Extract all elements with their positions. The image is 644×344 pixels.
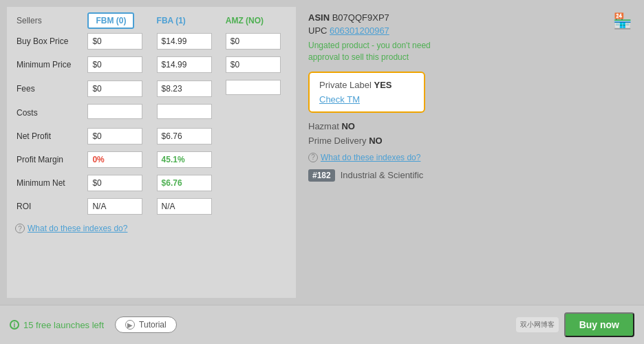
category-line: #182 Industrial & Scientific (308, 169, 632, 182)
category-badge: #182 (308, 169, 335, 182)
what-indexes-right: ? What do these indexes do? (308, 153, 632, 162)
hazmat-label: Hazmat (308, 121, 339, 131)
free-launches-text: 15 free launches left (23, 320, 104, 330)
hazmat-line: Hazmat NO (308, 121, 632, 131)
check-tm-link[interactable]: Check TM (319, 94, 360, 105)
what-indexes-link-right[interactable]: What do these indexes do? (321, 153, 420, 162)
prime-value: NO (369, 136, 383, 146)
fbm-profit-margin: 0% (83, 148, 152, 171)
fba-min-net: $6.76 (153, 171, 222, 195)
prime-line: Prime Delivery NO (308, 136, 632, 146)
sellers-table: Sellers FBM (0) FBA (1) AMZ (NO) Buy Box… (12, 12, 290, 218)
row-label-min-price: Minimum Price (12, 53, 83, 76)
question-icon-right: ? (308, 153, 318, 162)
table-row: Buy Box Price $0 $14.99 $0 (12, 30, 290, 53)
hazmat-value: NO (341, 121, 355, 131)
fba-net-profit: $6.76 (153, 125, 222, 148)
table-row: Costs (12, 100, 290, 125)
left-panel: Sellers FBM (0) FBA (1) AMZ (NO) Buy Box… (7, 7, 296, 298)
fbm-roi: N/A (83, 195, 152, 218)
bottom-left: i 15 free launches left ▶ Tutorial (10, 316, 177, 333)
row-label-costs: Costs (12, 100, 83, 125)
fba-roi: N/A (153, 195, 222, 218)
right-panel: 🏪 ASIN B07QQF9XP7 UPC 606301200967 Ungat… (303, 7, 637, 298)
upc-line: UPC 606301200967 (308, 25, 632, 36)
amz-fees (222, 76, 290, 100)
sellers-header: Sellers (12, 12, 83, 30)
private-label-value: YES (374, 80, 392, 90)
row-label-min-net: Minimum Net (12, 171, 83, 195)
watermark-text: 双小网博客 (520, 320, 555, 330)
amz-net-profit (222, 125, 290, 148)
amz-profit-margin (222, 148, 290, 171)
question-icon-left: ? (15, 224, 25, 233)
row-label-profit-margin: Profit Margin (12, 148, 83, 171)
row-label-net-profit: Net Profit (12, 125, 83, 148)
row-label-roi: ROI (12, 195, 83, 218)
private-label-label: Private Label (319, 80, 372, 90)
fba-fees: $8.23 (153, 76, 222, 100)
bottom-right: 双小网博客 Buy now (516, 312, 634, 337)
tutorial-button[interactable]: ▶ Tutorial (115, 316, 177, 333)
upc-value[interactable]: 606301200967 (330, 25, 389, 36)
amz-header[interactable]: AMZ (NO) (222, 12, 290, 30)
play-icon: ▶ (125, 320, 135, 330)
row-label-fees: Fees (12, 76, 83, 100)
tutorial-label: Tutorial (139, 320, 167, 330)
category-label: Industrial & Scientific (341, 170, 424, 180)
ungated-text: Ungated product - you don't need approva… (308, 40, 432, 63)
fbm-header[interactable]: FBM (0) (83, 12, 152, 30)
amz-buy-box: $0 (222, 30, 290, 53)
fba-costs (153, 100, 222, 125)
table-row: Net Profit $0 $6.76 (12, 125, 290, 148)
asin-label: ASIN (308, 12, 330, 23)
fbm-min-price: $0 (83, 53, 152, 76)
fba-buy-box: $14.99 (153, 30, 222, 53)
table-row: Minimum Net $0 $6.76 (12, 171, 290, 195)
bottom-bar: i 15 free launches left ▶ Tutorial 双小网博客… (0, 305, 644, 344)
asin-value-text: B07QQF9XP7 (332, 12, 389, 23)
private-label-line: Private Label YES (319, 80, 414, 90)
what-indexes-left: ? What do these indexes do? (12, 224, 290, 233)
fba-min-price: $14.99 (153, 53, 222, 76)
amz-roi (222, 195, 290, 218)
free-launches: i 15 free launches left (10, 320, 104, 330)
amz-costs (222, 100, 290, 125)
what-indexes-link-left[interactable]: What do these indexes do? (28, 224, 127, 233)
fbm-fees: $0 (83, 76, 152, 100)
amz-min-price: $0 (222, 53, 290, 76)
info-circle-icon: i (10, 320, 19, 330)
fbm-costs (83, 100, 152, 125)
fbm-min-net: $0 (83, 171, 152, 195)
fba-header[interactable]: FBA (1) (153, 12, 222, 30)
fba-profit-margin: 45.1% (153, 148, 222, 171)
fbm-net-profit: $0 (83, 125, 152, 148)
table-row: Fees $0 $8.23 (12, 76, 290, 100)
cart-icon: 🏪 (613, 12, 632, 30)
private-label-box: Private Label YES Check TM (308, 72, 425, 113)
row-label-buy-box: Buy Box Price (12, 30, 83, 53)
asin-line: ASIN B07QQF9XP7 (308, 12, 632, 23)
buy-now-button[interactable]: Buy now (564, 312, 634, 337)
prime-label: Prime Delivery (308, 136, 367, 146)
table-row: ROI N/A N/A (12, 195, 290, 218)
table-row: Profit Margin 0% 45.1% (12, 148, 290, 171)
amz-min-net (222, 171, 290, 195)
table-row: Minimum Price $0 $14.99 $0 (12, 53, 290, 76)
fbm-buy-box: $0 (83, 30, 152, 53)
upc-label: UPC (308, 25, 327, 36)
watermark: 双小网博客 (516, 317, 559, 332)
